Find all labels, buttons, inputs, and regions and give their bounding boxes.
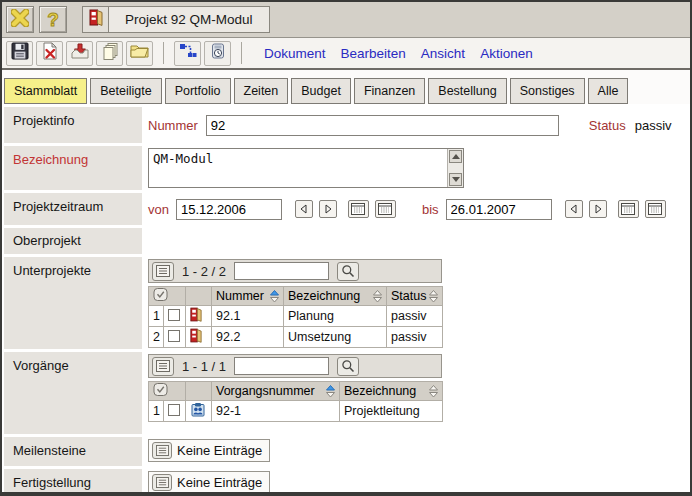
menu-dokument[interactable]: Dokument bbox=[264, 46, 326, 61]
scroll-down-icon bbox=[452, 177, 460, 182]
history-button[interactable] bbox=[204, 41, 231, 66]
column-header-bezeichnung: Bezeichnung bbox=[284, 287, 387, 306]
list-menu-button[interactable] bbox=[152, 474, 172, 491]
status-value: passiv bbox=[635, 118, 672, 133]
project-binder-icon bbox=[190, 332, 202, 346]
select-all-header bbox=[149, 382, 186, 401]
nummer-input[interactable] bbox=[206, 115, 559, 136]
open-folder-button[interactable] bbox=[126, 41, 153, 66]
column-header-vorgangsnummer: Vorgangsnummer bbox=[212, 382, 340, 401]
sort-icon[interactable] bbox=[326, 385, 335, 398]
help-button[interactable]: ? bbox=[39, 6, 67, 33]
column-label: Nummer bbox=[216, 289, 264, 303]
tab-portfolio[interactable]: Portfolio bbox=[165, 78, 231, 104]
row-checkbox[interactable] bbox=[168, 404, 180, 416]
search-button[interactable] bbox=[337, 357, 359, 376]
grid-search-input[interactable] bbox=[234, 262, 329, 280]
tab-stammblatt[interactable]: Stammblatt bbox=[4, 78, 87, 104]
row-label: Projektinfo bbox=[4, 107, 142, 143]
von-calendar-week-button[interactable] bbox=[375, 200, 396, 218]
grid-toolbar: 1 - 1 / 1 bbox=[148, 354, 442, 378]
icon-column-header bbox=[186, 287, 212, 306]
sort-arrows bbox=[326, 385, 335, 398]
fertigstellung-empty-button[interactable]: Keine Einträge bbox=[148, 471, 270, 494]
row-checkbox[interactable] bbox=[168, 330, 180, 342]
bis-label: bis bbox=[422, 202, 439, 217]
pager-text: 1 - 1 / 1 bbox=[182, 359, 226, 374]
import-button[interactable] bbox=[66, 41, 93, 66]
textarea-scrollbar[interactable] bbox=[447, 149, 463, 187]
sort-icon[interactable] bbox=[373, 290, 382, 303]
row-index: 2 bbox=[149, 327, 164, 348]
sort-icon[interactable] bbox=[429, 385, 438, 398]
project-binder-icon bbox=[89, 9, 103, 30]
select-all-button[interactable] bbox=[153, 385, 168, 399]
tab-beteiligte[interactable]: Beteiligte bbox=[90, 78, 161, 104]
bis-calendar-button[interactable] bbox=[618, 200, 639, 218]
bezeichnung-textarea[interactable]: QM-Modul bbox=[148, 148, 464, 188]
project-binder-button[interactable] bbox=[82, 6, 109, 33]
checkbox-cell bbox=[164, 401, 186, 422]
list-menu-icon bbox=[156, 445, 169, 456]
bis-next-day-button[interactable] bbox=[589, 200, 607, 218]
tab-zeiten[interactable]: Zeiten bbox=[234, 78, 289, 104]
vorgaenge-table: Vorgangsnummer Bezeichnung 1 bbox=[148, 381, 443, 422]
empty-text: Keine Einträge bbox=[177, 475, 262, 490]
scroll-up-button[interactable] bbox=[449, 150, 462, 163]
next-icon bbox=[323, 204, 333, 214]
bis-calendar-week-button[interactable] bbox=[645, 200, 666, 218]
tab-alle[interactable]: Alle bbox=[588, 78, 629, 104]
cell-bezeichnung: Planung bbox=[284, 306, 387, 327]
calendar-icon bbox=[378, 203, 392, 215]
close-button[interactable] bbox=[6, 6, 34, 33]
save-button[interactable] bbox=[6, 41, 33, 66]
delete-document-button[interactable] bbox=[36, 41, 63, 66]
table-row[interactable]: 1 92.1 Planung passiv bbox=[149, 306, 443, 327]
grid-search-input[interactable] bbox=[234, 357, 329, 375]
cell-bezeichnung: Projektleitung bbox=[340, 401, 443, 422]
status-label: Status bbox=[589, 118, 626, 133]
row-bezeichnung: Bezeichnung QM-Modul bbox=[4, 146, 688, 190]
row-checkbox[interactable] bbox=[168, 309, 180, 321]
menu-ansicht[interactable]: Ansicht bbox=[421, 46, 465, 61]
tab-budget[interactable]: Budget bbox=[291, 78, 351, 104]
list-menu-button[interactable] bbox=[152, 442, 172, 459]
menu-aktionen[interactable]: Aktionen bbox=[480, 46, 533, 61]
meilensteine-empty-button[interactable]: Keine Einträge bbox=[148, 439, 270, 462]
list-menu-icon bbox=[156, 360, 170, 372]
von-calendar-button[interactable] bbox=[348, 200, 369, 218]
select-all-button[interactable] bbox=[153, 290, 168, 304]
list-menu-button[interactable] bbox=[152, 262, 174, 281]
sort-icon[interactable] bbox=[270, 290, 279, 303]
tab-finanzen[interactable]: Finanzen bbox=[354, 78, 425, 104]
von-date-input[interactable] bbox=[176, 199, 282, 220]
von-prev-day-button[interactable] bbox=[295, 200, 313, 218]
row-label: Bezeichnung bbox=[4, 146, 142, 190]
tab-bestellung[interactable]: Bestellung bbox=[428, 78, 506, 104]
row-unterprojekte: Unterprojekte 1 - 2 / 2 bbox=[4, 257, 688, 349]
workflow-button[interactable] bbox=[174, 41, 201, 66]
copy-button[interactable] bbox=[96, 41, 123, 66]
sort-icon[interactable] bbox=[429, 290, 438, 303]
bis-prev-day-button[interactable] bbox=[565, 200, 583, 218]
column-label: Bezeichnung bbox=[344, 384, 416, 398]
von-next-day-button[interactable] bbox=[319, 200, 337, 218]
table-row[interactable]: 2 92.2 Umsetzung passiv bbox=[149, 327, 443, 348]
prev-icon bbox=[299, 204, 309, 214]
pager-text: 1 - 2 / 2 bbox=[182, 264, 226, 279]
table-row[interactable]: 1 92-1 Projektleitung bbox=[149, 401, 443, 422]
icon-column-header bbox=[186, 382, 212, 401]
von-label: von bbox=[148, 202, 169, 217]
scroll-down-button[interactable] bbox=[449, 173, 462, 186]
bis-date-input[interactable] bbox=[446, 199, 552, 220]
search-button[interactable] bbox=[337, 262, 359, 281]
search-icon bbox=[341, 264, 355, 278]
row-index: 1 bbox=[149, 401, 164, 422]
list-menu-button[interactable] bbox=[152, 357, 174, 376]
bezeichnung-text: QM-Modul bbox=[149, 149, 447, 187]
row-vorgaenge: Vorgänge 1 - 1 / 1 bbox=[4, 352, 688, 434]
tab-sonstiges[interactable]: Sonstiges bbox=[510, 78, 585, 104]
menu-bearbeiten[interactable]: Bearbeiten bbox=[341, 46, 406, 61]
delete-document-icon bbox=[41, 42, 59, 64]
project-binder-icon bbox=[190, 311, 202, 325]
